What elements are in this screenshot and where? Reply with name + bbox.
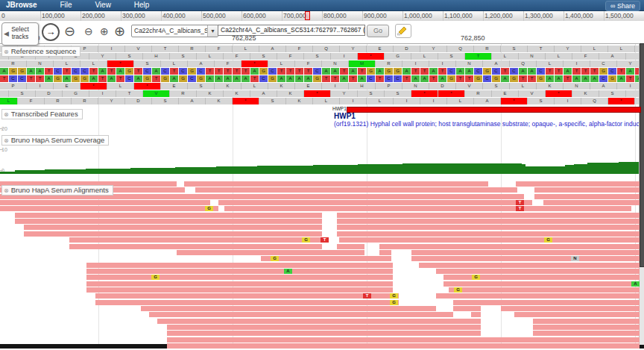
alignment-read[interactable]	[337, 213, 640, 218]
alignment-read[interactable]	[86, 263, 393, 268]
track-menu-icon[interactable]: ⊗	[4, 137, 9, 144]
alignment-read[interactable]	[337, 225, 640, 230]
alignment-read[interactable]	[15, 219, 322, 224]
go-button[interactable]: Go	[367, 25, 389, 37]
alignment-read[interactable]	[15, 213, 322, 218]
snp-mismatch-G[interactable]: G	[544, 237, 552, 243]
alignment-read[interactable]	[514, 312, 640, 317]
app-logo[interactable]: JBrowse	[6, 1, 37, 9]
alignment-read[interactable]	[471, 312, 481, 317]
alignment-read[interactable]	[167, 331, 481, 336]
menu-view[interactable]: View	[95, 1, 111, 9]
overview-location-marker[interactable]	[305, 11, 310, 20]
alignment-read[interactable]	[69, 237, 322, 243]
alignment-read[interactable]	[436, 269, 640, 274]
gene-feature-bar[interactable]	[347, 107, 641, 113]
alignment-read[interactable]	[337, 219, 640, 224]
track-label-transcribed-features[interactable]: ⊗Transcribed Features	[1, 109, 83, 119]
snp-mismatch-G[interactable]: G	[271, 256, 279, 261]
alignment-read[interactable]	[177, 250, 364, 255]
snp-mismatch-G[interactable]: G	[472, 275, 480, 280]
alignment-read[interactable]	[95, 300, 399, 305]
alignment-read[interactable]	[533, 319, 640, 324]
alignment-read[interactable]	[24, 225, 322, 230]
track-label-reference-sequence[interactable]: ⊗Reference sequence	[1, 46, 80, 57]
chevron-left-icon: ◀	[4, 30, 9, 37]
snp-mismatch-G[interactable]: G	[390, 293, 398, 299]
alignment-read[interactable]	[24, 231, 322, 237]
select-tracks-button[interactable]: ◀ Selecttracks	[1, 22, 39, 46]
alignment-read[interactable]	[95, 293, 399, 299]
alignment-read[interactable]	[534, 187, 640, 193]
track-menu-icon[interactable]: ⊗	[4, 49, 9, 55]
snp-mismatch-T[interactable]: T	[516, 206, 524, 211]
overview-tick-label: 1,100,000	[444, 12, 473, 19]
alignment-read[interactable]	[0, 200, 210, 205]
snp-mismatch-G[interactable]: G	[302, 237, 310, 243]
alignment-read[interactable]	[167, 325, 481, 330]
alignment-read[interactable]	[184, 181, 488, 187]
share-button[interactable]: ∞ Share	[605, 1, 640, 11]
menu-file[interactable]: File	[60, 1, 72, 9]
snp-mismatch-G[interactable]: G	[390, 300, 398, 305]
alignment-read[interactable]	[261, 256, 391, 261]
snp-mismatch-G[interactable]: G	[205, 206, 213, 211]
alignment-read[interactable]	[449, 287, 640, 293]
alignment-read[interactable]	[337, 231, 640, 237]
zoom-out-large-icon[interactable]: ⊖	[64, 23, 75, 40]
zoom-in-large-icon[interactable]: ⊕	[114, 23, 125, 40]
zoom-out-small-icon[interactable]: ⊖	[84, 25, 93, 37]
alignment-read[interactable]	[379, 244, 640, 249]
alignment-read[interactable]	[533, 331, 640, 336]
track-menu-icon[interactable]: ⊗	[4, 187, 9, 194]
alignment-read[interactable]	[86, 275, 393, 280]
zoom-in-small-icon[interactable]: ⊕	[100, 25, 109, 37]
alignment-read[interactable]	[86, 287, 393, 293]
alignment-read[interactable]	[453, 306, 481, 311]
highlight-region-button[interactable]	[395, 24, 411, 38]
alignment-read[interactable]	[516, 181, 640, 187]
snp-mismatch-A[interactable]: A	[631, 281, 640, 287]
alignment-read[interactable]	[218, 200, 532, 205]
alignment-read[interactable]	[339, 237, 640, 243]
alignment-read[interactable]	[534, 194, 640, 199]
alignment-read[interactable]	[141, 306, 436, 311]
alignment-read[interactable]	[149, 312, 453, 317]
snp-mismatch-G[interactable]: G	[151, 275, 160, 280]
track-label-alignments[interactable]: ⊗Bruno HapA Serum Alignments	[1, 185, 113, 196]
alignment-read[interactable]	[0, 206, 218, 211]
snp-mismatch-T[interactable]: T	[363, 293, 371, 299]
alignment-read[interactable]	[337, 244, 364, 249]
snp-mismatch-T[interactable]: T	[321, 237, 329, 243]
alignment-read[interactable]	[543, 200, 640, 205]
alignment-read[interactable]	[69, 244, 322, 249]
alignment-read[interactable]	[436, 293, 640, 299]
menu-help[interactable]: Help	[134, 1, 150, 9]
alignment-read[interactable]	[443, 281, 640, 287]
snp-mismatch-G[interactable]: G	[454, 287, 462, 293]
alignment-read[interactable]	[501, 306, 640, 311]
alignment-read[interactable]	[419, 263, 640, 268]
alignment-read[interactable]	[167, 343, 640, 349]
snp-mismatch-T[interactable]: T	[516, 200, 524, 205]
gene-name[interactable]: HWP1	[334, 112, 356, 120]
alignment-read[interactable]	[224, 206, 631, 211]
chevron-down-icon[interactable]: ▼	[207, 25, 218, 37]
alignment-read[interactable]	[86, 281, 393, 287]
track-scrollbar-thumb[interactable]	[640, 43, 644, 267]
alignment-read[interactable]	[86, 269, 393, 274]
alignment-read[interactable]	[411, 250, 640, 255]
alignment-read[interactable]	[533, 325, 640, 330]
alignment-read[interactable]	[379, 250, 391, 255]
alignment-read[interactable]	[167, 337, 640, 343]
track-label-coverage[interactable]: ⊗Bruno HapA Serum Coverage	[1, 135, 109, 146]
alignment-read[interactable]	[157, 319, 481, 324]
alignment-read[interactable]	[411, 256, 640, 261]
snp-mismatch-A[interactable]: A	[284, 269, 292, 274]
alignment-read[interactable]	[195, 187, 517, 193]
pan-right-button[interactable]: →	[42, 23, 60, 41]
track-menu-icon[interactable]: ⊗	[4, 111, 9, 118]
snp-mismatch-N[interactable]: N	[571, 256, 579, 261]
reference-sequence-dropdown[interactable]: Ca22chr4A_C_albicans_SC5314 ▼	[131, 25, 218, 37]
alignment-read[interactable]	[453, 300, 640, 305]
